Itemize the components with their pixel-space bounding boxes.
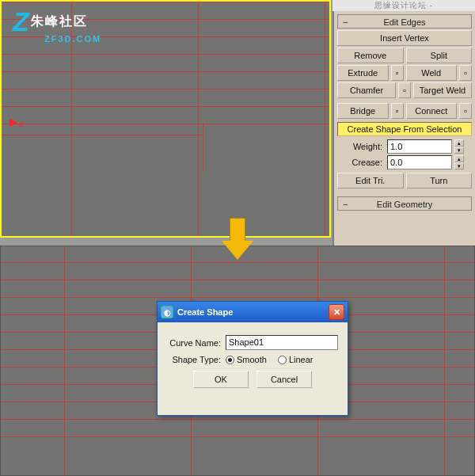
chamfer-settings-button[interactable]: ▫ <box>398 82 411 98</box>
weight-spin-down[interactable]: ▾ <box>454 147 464 154</box>
bridge-settings-button[interactable]: ▫ <box>391 103 404 119</box>
extrude-settings-button[interactable]: ▫ <box>391 65 404 81</box>
rollout-edit-geometry[interactable]: −Edit Geometry <box>337 196 472 211</box>
radio-smooth[interactable]: Smooth <box>226 355 267 364</box>
close-button[interactable]: ✕ <box>329 304 344 320</box>
chamfer-button[interactable]: Chamfer <box>337 82 396 98</box>
cancel-button[interactable]: Cancel <box>256 371 312 388</box>
app-icon: ◐ <box>161 306 173 318</box>
target-weld-button[interactable]: Target Weld <box>413 82 472 98</box>
command-panel: −Edit Edges Insert Vertex Remove Split E… <box>332 11 475 246</box>
edit-tri-button[interactable]: Edit Tri. <box>337 173 404 188</box>
radio-linear[interactable]: Linear <box>278 355 314 364</box>
crease-input[interactable]: 0.0 <box>387 155 452 169</box>
dialog-titlebar[interactable]: ◐ Create Shape ✕ <box>158 302 348 322</box>
create-shape-dialog: ◐ Create Shape ✕ Curve Name: Shape01 Sha… <box>157 301 348 416</box>
weld-settings-button[interactable]: ▫ <box>459 65 472 81</box>
brand-logo: Z朱峰社区 ZF3D.COM <box>13 6 101 44</box>
watermark-top: 思缘设计论坛 - WWW.MISSYUAN.COM <box>332 0 475 11</box>
flow-arrow-icon <box>222 218 253 261</box>
ok-button[interactable]: OK <box>193 371 249 388</box>
weight-label: Weight: <box>345 139 385 154</box>
remove-button[interactable]: Remove <box>337 48 404 63</box>
rollout-edit-edges[interactable]: −Edit Edges <box>337 14 472 29</box>
connect-settings-button[interactable]: ▫ <box>459 103 472 119</box>
axis-x: x <box>10 119 24 128</box>
connect-button[interactable]: Connect <box>406 103 458 119</box>
shape-type-label: Shape Type: <box>167 355 226 364</box>
crease-spin-down[interactable]: ▾ <box>454 162 464 169</box>
weight-spin-up[interactable]: ▴ <box>454 139 464 147</box>
viewport-top[interactable]: Z朱峰社区 ZF3D.COM x <box>0 0 331 238</box>
split-button[interactable]: Split <box>406 48 473 63</box>
create-shape-from-selection-button[interactable]: Create Shape From Selection <box>337 122 472 136</box>
weight-input[interactable]: 1.0 <box>387 139 452 154</box>
weld-button[interactable]: Weld <box>406 65 458 81</box>
curve-name-label: Curve Name: <box>167 338 226 348</box>
turn-button[interactable]: Turn <box>406 173 473 188</box>
curve-name-input[interactable]: Shape01 <box>226 335 338 350</box>
crease-spin-up[interactable]: ▴ <box>454 155 464 162</box>
dialog-title: Create Shape <box>177 307 329 317</box>
extrude-button[interactable]: Extrude <box>337 65 389 81</box>
insert-vertex-button[interactable]: Insert Vertex <box>337 30 472 46</box>
crease-label: Crease: <box>345 155 385 169</box>
bridge-button[interactable]: Bridge <box>337 103 389 119</box>
